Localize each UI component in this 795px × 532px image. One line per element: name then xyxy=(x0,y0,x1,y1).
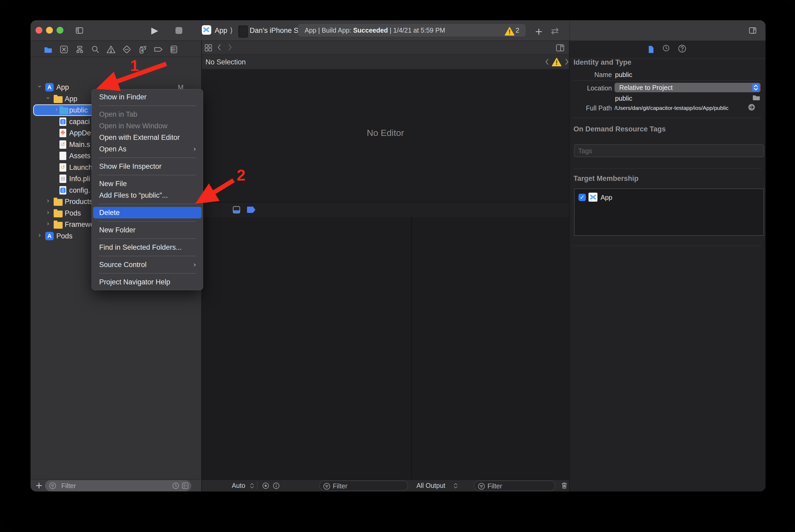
breakpoints-toggle-icon[interactable] xyxy=(247,207,255,213)
run-destination-button[interactable]: Dan’s iPhone SE xyxy=(250,26,303,35)
add-file-button[interactable]: + xyxy=(35,480,43,491)
choose-folder-icon[interactable] xyxy=(752,94,761,101)
menu-item-project-navigator-help[interactable]: Project Navigator Help xyxy=(92,276,203,288)
tab-history-inspector[interactable] xyxy=(662,44,673,55)
target-checkbox[interactable]: ✓ xyxy=(578,194,586,201)
run-button[interactable]: ▶ xyxy=(151,25,158,36)
menu-item-open-as[interactable]: Open As› xyxy=(92,143,203,155)
debug-pane-divider[interactable] xyxy=(412,217,412,479)
file-name: AppDe xyxy=(69,129,91,137)
folder-icon xyxy=(54,197,62,206)
folder-public-icon xyxy=(59,106,68,114)
breakpoint-navigator-icon[interactable] xyxy=(153,45,163,54)
tags-field[interactable]: Tags xyxy=(574,144,764,157)
iphone-icon xyxy=(238,25,248,38)
menu-item-add-files-to-public[interactable]: Add Files to “public”... xyxy=(92,190,203,201)
updown-stepper-icon xyxy=(452,482,459,489)
name-label: Name xyxy=(570,71,612,79)
file-name: Pods xyxy=(56,232,73,240)
library-add-button[interactable]: + xyxy=(535,26,543,37)
menu-item-new-file[interactable]: New File xyxy=(92,178,203,190)
source-control-status-filter-icon[interactable] xyxy=(181,482,189,490)
toolbar: ▶ App ⟩ Dan’s iPhone SE App | Build App:… xyxy=(31,20,765,41)
location-value: Relative to Project xyxy=(619,84,673,92)
folder-icon xyxy=(54,220,62,229)
target-membership-table: ✓ App xyxy=(574,188,764,236)
menu-item-find-in-selected-folders[interactable]: Find in Selected Folders... xyxy=(92,242,203,253)
name-value[interactable]: public xyxy=(615,71,632,79)
close-window-button[interactable] xyxy=(36,27,42,34)
minimize-window-button[interactable] xyxy=(46,27,53,34)
editor-swap-icon[interactable]: ⇄ xyxy=(551,25,559,36)
tab-file-inspector[interactable] xyxy=(647,44,657,55)
menu-item-open-in-tab[interactable]: Open in Tab xyxy=(92,109,203,120)
debug-navigator-icon[interactable] xyxy=(138,45,147,54)
disclosure-chevron-icon[interactable]: › xyxy=(44,97,52,99)
editor-options-icon[interactable] xyxy=(555,43,565,53)
filter-placeholder: Filter xyxy=(333,482,347,490)
menu-item-show-file-inspector[interactable]: Show File Inspector xyxy=(92,160,203,172)
disclosure-chevron-icon[interactable]: › xyxy=(36,85,43,88)
back-chevron-icon[interactable] xyxy=(215,43,223,51)
find-navigator-icon[interactable] xyxy=(90,45,100,54)
file-name: Assets xyxy=(69,152,90,160)
menu-item-show-in-finder[interactable]: Show in Finder xyxy=(92,91,203,103)
source-control-navigator-icon[interactable] xyxy=(59,45,69,54)
console-output-popup[interactable]: All Output xyxy=(416,482,445,489)
activity-status-bar[interactable]: App | Build App: Succeeded | 1/4/21 at 5… xyxy=(298,24,526,37)
tab-help-inspector[interactable] xyxy=(678,44,688,55)
issue-warning-icon[interactable] xyxy=(552,57,562,67)
disclosure-chevron-icon[interactable]: › xyxy=(55,106,58,113)
symbol-navigator-icon[interactable] xyxy=(75,45,85,54)
console-filter-field[interactable]: Filter xyxy=(474,480,555,491)
step-2-label: 2 xyxy=(237,166,246,184)
scheme-button[interactable]: App xyxy=(215,26,227,35)
menu-item-open-in-new-window[interactable]: Open in New Window xyxy=(92,120,203,132)
xcode-scheme-icon[interactable] xyxy=(202,25,211,35)
location-folder-value: public xyxy=(615,95,632,102)
disclosure-chevron-icon[interactable]: › xyxy=(47,197,50,205)
filter-placeholder: Filter xyxy=(61,482,76,490)
clear-console-trash-icon[interactable] xyxy=(560,481,568,490)
menu-item-new-folder[interactable]: New Folder xyxy=(92,224,203,236)
on-demand-header: On Demand Resource Tags xyxy=(574,125,666,133)
divider xyxy=(257,481,257,490)
toggle-navigator-icon[interactable] xyxy=(74,26,85,35)
full-path-value: /Users/dan/git/capacitor-testapp/ios/App… xyxy=(615,105,728,111)
file-name: Framewo xyxy=(65,221,94,229)
navigator-filter-field[interactable]: Filter xyxy=(45,480,191,491)
navigator-bottom-bar: + Filter xyxy=(31,479,201,492)
disclosure-chevron-icon[interactable]: › xyxy=(47,220,50,227)
debug-bar xyxy=(202,202,569,218)
disclosure-chevron-icon[interactable]: › xyxy=(38,232,41,239)
toggle-inspector-icon[interactable] xyxy=(748,26,758,35)
stop-button[interactable] xyxy=(176,27,182,34)
quicklook-eye-icon[interactable] xyxy=(262,482,270,490)
issue-navigator-icon[interactable] xyxy=(106,45,116,54)
no-selection-bar: No Selection xyxy=(202,55,569,70)
print-description-info-icon[interactable] xyxy=(272,482,280,490)
toggle-debug-area-icon[interactable] xyxy=(233,206,240,213)
inspector-divider[interactable] xyxy=(569,41,570,492)
zoom-window-button[interactable] xyxy=(57,27,64,34)
menu-item-open-with-external-editor[interactable]: Open with External Editor xyxy=(92,132,203,143)
editor-area: No Selection No Editor Auto Filter All O… xyxy=(202,41,569,492)
warning-count[interactable]: 2 xyxy=(516,26,519,34)
location-dropdown[interactable]: Relative to Project xyxy=(615,83,761,92)
recent-files-clock-icon[interactable] xyxy=(172,482,180,490)
variables-view-popup[interactable]: Auto xyxy=(232,482,245,489)
related-items-grid-icon[interactable] xyxy=(204,43,213,52)
project-navigator-icon[interactable] xyxy=(43,45,53,54)
menu-item-delete[interactable]: Delete xyxy=(93,207,201,218)
warning-icon[interactable] xyxy=(505,26,514,36)
menu-item-source-control[interactable]: Source Control› xyxy=(92,259,203,270)
previous-issue-chevron-icon[interactable] xyxy=(543,58,551,66)
doc-plist-icon: ▤ xyxy=(59,174,66,183)
report-navigator-icon[interactable] xyxy=(169,45,179,54)
variables-filter-field[interactable]: Filter xyxy=(319,480,408,491)
test-navigator-icon[interactable] xyxy=(122,45,131,54)
filter-icon xyxy=(49,482,57,490)
open-path-arrow-icon[interactable] xyxy=(747,103,756,111)
forward-chevron-icon[interactable] xyxy=(226,43,234,51)
disclosure-chevron-icon[interactable]: › xyxy=(47,209,50,216)
